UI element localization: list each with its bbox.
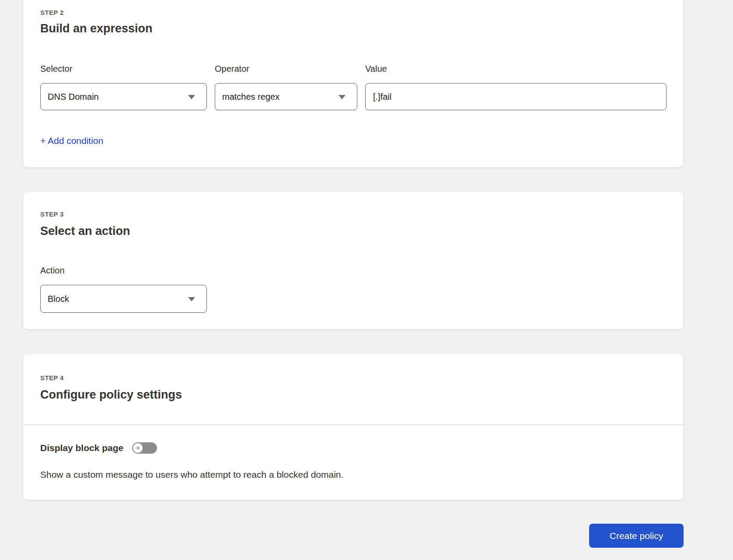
chevron-down-icon bbox=[188, 95, 195, 99]
operator-dropdown[interactable]: matches regex bbox=[215, 83, 357, 110]
step3-title: Select an action bbox=[40, 224, 130, 238]
step3-card: STEP 3 Select an action Action Block bbox=[23, 192, 684, 329]
display-block-page-description: Show a custom message to users who attem… bbox=[40, 469, 343, 480]
chevron-down-icon bbox=[339, 95, 346, 99]
action-dropdown-value: Block bbox=[41, 294, 69, 304]
operator-dropdown-value: matches regex bbox=[215, 92, 279, 102]
value-field-label: Value bbox=[365, 64, 387, 74]
display-block-page-toggle[interactable]: ✕ bbox=[132, 442, 157, 454]
step4-card: STEP 4 Configure policy settings Display… bbox=[23, 354, 684, 500]
add-condition-link[interactable]: + Add condition bbox=[40, 136, 103, 146]
selector-field-label: Selector bbox=[40, 64, 72, 74]
step2-card: STEP 2 Build an expression Selector Oper… bbox=[23, 0, 684, 168]
step3-label: STEP 3 bbox=[40, 210, 64, 218]
chevron-down-icon bbox=[188, 297, 195, 301]
toggle-knob-icon: ✕ bbox=[133, 443, 143, 453]
operator-field-label: Operator bbox=[215, 64, 249, 74]
step4-title: Configure policy settings bbox=[40, 388, 182, 402]
selector-dropdown[interactable]: DNS Domain bbox=[40, 83, 207, 110]
step2-label: STEP 2 bbox=[40, 9, 64, 16]
step4-label: STEP 4 bbox=[40, 374, 64, 382]
action-field-label: Action bbox=[40, 266, 65, 276]
dns-policy-builder-page: STEP 2 Build an expression Selector Oper… bbox=[0, 0, 733, 560]
step2-title: Build an expression bbox=[40, 22, 153, 35]
card-divider bbox=[23, 424, 683, 425]
value-input[interactable] bbox=[365, 83, 667, 110]
action-dropdown[interactable]: Block bbox=[40, 285, 207, 313]
selector-dropdown-value: DNS Domain bbox=[41, 92, 99, 102]
x-icon: ✕ bbox=[136, 446, 140, 451]
display-block-page-setting: Display block page ✕ bbox=[40, 442, 157, 454]
display-block-page-label: Display block page bbox=[40, 443, 123, 453]
create-policy-button[interactable]: Create policy bbox=[589, 524, 684, 548]
